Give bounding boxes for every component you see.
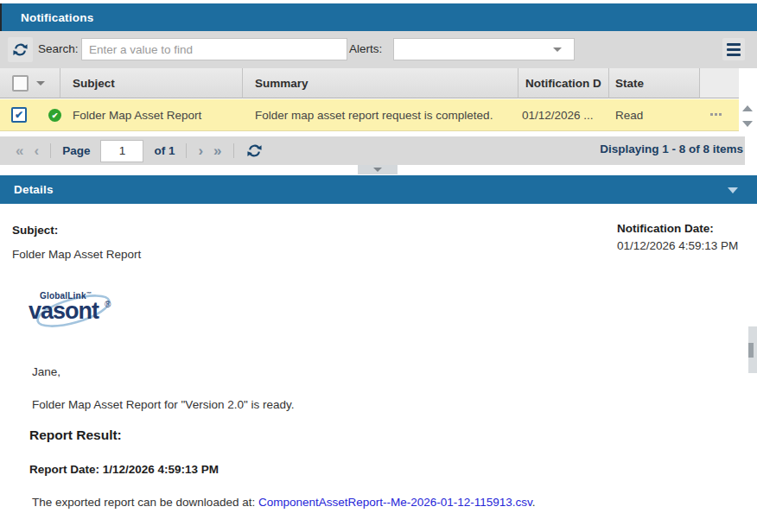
details-scrollbar[interactable] xyxy=(748,326,757,373)
scroll-up-icon[interactable] xyxy=(742,105,753,111)
refresh-button[interactable] xyxy=(8,37,33,62)
report-download-link[interactable]: ComponentAssetReport--Me-2026-01-12-1159… xyxy=(258,496,532,509)
previous-page-button[interactable]: ‹ xyxy=(29,143,44,158)
notifications-window: Notifications Search: Alerts: Su xyxy=(0,0,757,532)
grid-scrollbar[interactable] xyxy=(739,99,757,136)
registered-mark: ® xyxy=(105,300,111,309)
chevron-down-icon[interactable] xyxy=(553,48,562,52)
vasont-logo: GlobalLink™ vasont ® xyxy=(29,288,124,336)
row-checkbox[interactable]: ✔ xyxy=(11,107,27,123)
collapse-down-icon xyxy=(373,168,382,172)
column-header-filler xyxy=(700,68,739,98)
details-greeting: Jane, xyxy=(32,365,60,378)
refresh-icon xyxy=(13,42,28,57)
panel-splitter-handle[interactable] xyxy=(358,165,398,174)
column-header-select[interactable] xyxy=(0,68,60,98)
logo-product-text: vasont xyxy=(29,298,99,325)
pager-refresh-button[interactable] xyxy=(242,142,267,159)
download-prefix: The exported report can be downloaded at… xyxy=(32,496,258,509)
report-result-heading: Report Result: xyxy=(29,428,122,443)
notifications-toolbar: Search: Alerts: xyxy=(0,31,757,68)
search-label: Search: xyxy=(38,42,79,55)
column-header-summary[interactable]: Summary xyxy=(243,68,518,98)
row-summary-cell: Folder map asset report request is compl… xyxy=(255,99,517,131)
first-page-button[interactable]: « xyxy=(10,143,29,158)
select-menu-chevron-icon[interactable] xyxy=(36,81,45,86)
row-subject-cell: Folder Map Asset Report xyxy=(73,99,241,131)
report-date-line: Report Date: 1/12/2026 4:59:13 PM xyxy=(29,463,219,476)
notification-date-value: 01/12/2026 4:59:13 PM xyxy=(617,238,748,255)
details-panel-title: Details xyxy=(0,183,54,196)
alerts-dropdown[interactable] xyxy=(393,38,575,60)
details-collapse-icon[interactable] xyxy=(728,187,738,193)
pager-status-text: Displaying 1 - 8 of 8 items xyxy=(600,142,743,155)
search-input[interactable] xyxy=(81,38,347,60)
separator xyxy=(233,143,234,158)
details-notification-date: Notification Date: 01/12/2026 4:59:13 PM xyxy=(617,220,748,256)
download-suffix: . xyxy=(532,496,536,509)
separator xyxy=(186,143,187,158)
separator xyxy=(50,143,51,158)
details-subject-label: Subject: xyxy=(12,224,58,237)
page-of-label: of 1 xyxy=(154,144,175,157)
scroll-down-icon[interactable] xyxy=(742,121,753,127)
row-notification-date-cell: 01/12/2026 ... xyxy=(522,99,608,131)
page-label: Page xyxy=(62,144,90,157)
notifications-panel-header: Notifications xyxy=(0,3,757,31)
alerts-label: Alerts: xyxy=(349,42,382,55)
table-row[interactable]: ✔ ✔ Folder Map Asset Report Folder map a… xyxy=(0,99,739,131)
page-number-input[interactable] xyxy=(100,140,143,162)
details-panel-header: Details xyxy=(0,175,757,204)
notification-date-label: Notification Date: xyxy=(617,220,748,238)
success-status-icon: ✔ xyxy=(48,109,61,122)
column-header-state[interactable]: State xyxy=(609,68,700,98)
notifications-panel-title: Notifications xyxy=(2,11,93,24)
row-actions-ellipsis-icon[interactable] xyxy=(710,113,722,116)
grid-menu-button[interactable] xyxy=(722,38,745,60)
details-subject-value: Folder Map Asset Report xyxy=(12,248,141,261)
next-page-button[interactable]: › xyxy=(193,143,208,158)
column-header-subject[interactable]: Subject xyxy=(60,68,243,98)
details-scrollbar-thumb[interactable] xyxy=(748,343,754,358)
row-state-cell: Read xyxy=(615,99,697,131)
last-page-button[interactable]: » xyxy=(208,143,226,158)
select-all-checkbox[interactable] xyxy=(12,75,29,92)
hamburger-icon xyxy=(727,43,741,46)
details-message: Folder Map Asset Report for "Version 2.0… xyxy=(32,398,294,411)
refresh-icon xyxy=(247,143,262,158)
column-header-notification-date[interactable]: Notification D xyxy=(518,68,609,98)
download-line: The exported report can be downloaded at… xyxy=(32,496,536,509)
